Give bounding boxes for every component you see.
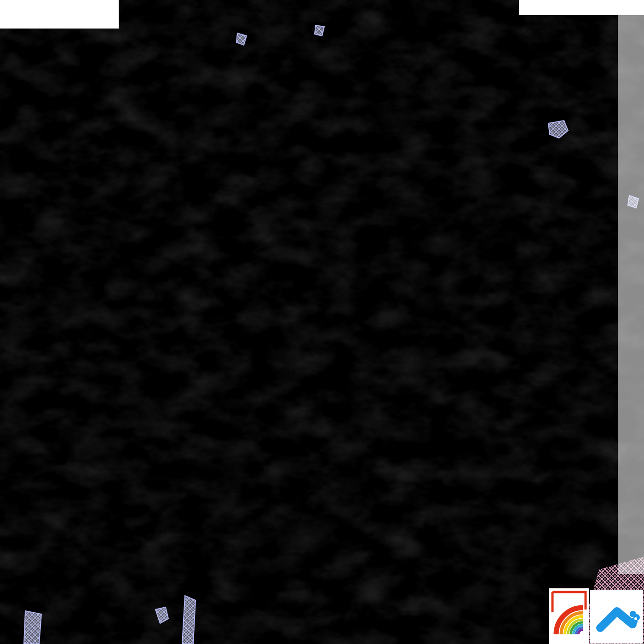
map-title-box bbox=[0, 0, 119, 29]
model-label-box bbox=[519, 0, 644, 15]
snowgrid-map-screenshot bbox=[0, 0, 644, 644]
hillshade-texture bbox=[0, 0, 644, 644]
colorbar-backdrop bbox=[618, 15, 644, 574]
map-canvas bbox=[0, 0, 644, 644]
zamg-rainbow-icon bbox=[549, 588, 589, 644]
blue-mountain-icon bbox=[590, 590, 643, 644]
zamg-logo bbox=[549, 588, 589, 644]
snowgrid-logo bbox=[590, 590, 643, 644]
